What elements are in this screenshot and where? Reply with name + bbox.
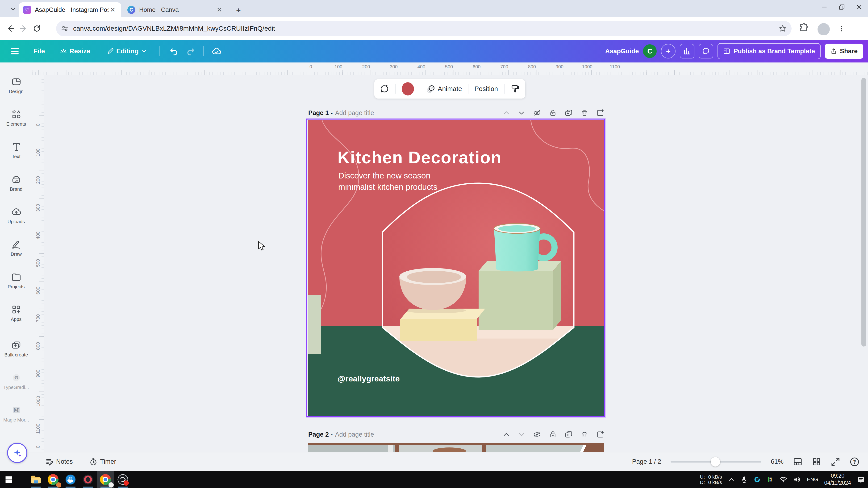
sidebar-item-uploads[interactable]: Uploads <box>0 199 32 232</box>
sidebar-item-design[interactable]: Design <box>0 69 32 102</box>
timer-button[interactable]: Timer <box>89 458 116 466</box>
redo-button[interactable] <box>186 47 195 56</box>
presentation-view-icon[interactable] <box>793 457 802 466</box>
tray-app-blue-icon[interactable] <box>753 476 761 483</box>
sidebar-item-draw[interactable]: Draw <box>0 232 32 264</box>
move-page-up-icon[interactable] <box>503 109 510 117</box>
sidebar-divider <box>6 331 27 331</box>
window-minimize-button[interactable] <box>816 0 833 14</box>
zoom-slider[interactable] <box>671 461 762 462</box>
publish-brand-template-button[interactable]: Publish as Brand Template <box>717 43 820 59</box>
help-icon[interactable]: ? <box>849 457 860 467</box>
sidebar-item-typegradient[interactable]: G TypeGradi... <box>0 365 32 397</box>
file-explorer-icon[interactable] <box>27 471 44 488</box>
design-subtitle[interactable]: Discover the new season minimalist kitch… <box>338 170 437 193</box>
tray-expand-icon[interactable] <box>728 476 735 483</box>
hide-page-icon[interactable] <box>533 109 541 117</box>
copy-style-button[interactable] <box>510 84 520 94</box>
ruler-label: 900 <box>36 370 41 378</box>
vertical-ruler-page2-zero: 0 <box>32 440 44 454</box>
window-maximize-button[interactable] <box>833 0 850 14</box>
tab-close-icon[interactable]: ✕ <box>215 6 224 14</box>
tab-close-icon[interactable]: ✕ <box>108 6 117 14</box>
fullscreen-icon[interactable] <box>831 457 840 466</box>
obs-icon[interactable] <box>114 471 132 488</box>
move-page-down-icon[interactable] <box>518 431 525 438</box>
move-page-up-icon[interactable] <box>503 431 510 438</box>
design-title[interactable]: Kitchen Decoration <box>338 148 502 167</box>
delete-page-icon[interactable] <box>581 431 588 438</box>
comments-button[interactable] <box>699 44 713 59</box>
cloud-save-status[interactable] <box>212 47 222 56</box>
share-button[interactable]: Share <box>825 44 863 59</box>
forward-button[interactable] <box>17 22 30 35</box>
editing-mode-button[interactable]: Editing <box>107 47 147 55</box>
chrome-profile2-icon-active[interactable] <box>97 471 114 488</box>
tray-app-green-icon[interactable] <box>767 476 773 483</box>
resize-button[interactable]: Resize <box>60 47 90 55</box>
microphone-icon[interactable] <box>741 476 747 483</box>
undo-button[interactable] <box>169 47 178 56</box>
add-page-icon[interactable] <box>596 109 604 117</box>
file-menu-button[interactable]: File <box>33 47 45 55</box>
add-page-icon[interactable] <box>596 430 604 438</box>
toolbar-divider <box>468 84 468 94</box>
docker-icon[interactable] <box>62 471 79 488</box>
sidebar-item-apps[interactable]: Apps <box>0 297 32 329</box>
reload-button[interactable] <box>30 22 43 35</box>
background-color-swatch[interactable] <box>402 82 414 96</box>
sidebar-item-text[interactable]: Text <box>0 134 32 167</box>
page2-canvas[interactable] <box>308 443 604 452</box>
recorder-app-icon[interactable] <box>79 471 97 488</box>
sidebar-item-elements[interactable]: Elements <box>0 102 32 134</box>
add-member-button[interactable]: + <box>661 44 676 59</box>
move-page-down-icon[interactable] <box>518 109 525 117</box>
sidebar-item-bulk-create[interactable]: Bulk create <box>0 332 32 365</box>
new-tab-button[interactable]: + <box>234 5 243 15</box>
lock-page-icon[interactable] <box>549 431 557 438</box>
page1-title-placeholder[interactable]: Add page title <box>335 109 374 117</box>
clock-widget[interactable]: 09:20 04/11/2024 <box>824 473 851 487</box>
language-indicator[interactable]: ENG <box>807 477 818 483</box>
assistant-button[interactable] <box>7 443 27 463</box>
duplicate-page-icon[interactable] <box>565 430 573 438</box>
wifi-icon[interactable] <box>780 476 787 483</box>
toolbar-divider <box>420 84 420 94</box>
chrome-profile1-icon[interactable] <box>44 471 62 488</box>
tab-asapguide[interactable]: ♡ AsapGuide - Instagram Post ✕ <box>19 2 121 17</box>
browser-profile-avatar[interactable] <box>817 23 830 35</box>
sidebar-item-magic-morph[interactable]: M Magic Mor... <box>0 397 32 430</box>
hide-page-icon[interactable] <box>533 430 541 438</box>
add-comment-button[interactable] <box>380 84 389 94</box>
speaker-icon[interactable] <box>793 476 801 483</box>
notification-center-icon[interactable] <box>857 476 865 483</box>
back-button[interactable] <box>4 22 17 35</box>
zoom-slider-knob[interactable] <box>711 457 720 466</box>
tab-search-button[interactable] <box>8 4 19 14</box>
avatar[interactable]: C <box>643 44 657 58</box>
vertical-scrollbar[interactable] <box>861 78 866 347</box>
page2-title-placeholder[interactable]: Add page title <box>335 431 374 438</box>
ruler-label: 200 <box>352 64 380 69</box>
extensions-button[interactable] <box>799 23 809 33</box>
design-social-handle[interactable]: @reallygreatsite <box>338 374 400 383</box>
start-button[interactable] <box>0 471 18 488</box>
lock-page-icon[interactable] <box>549 109 557 117</box>
delete-page-icon[interactable] <box>581 109 588 117</box>
ruler-label: 100 <box>36 149 41 156</box>
insights-button[interactable] <box>680 44 694 59</box>
duplicate-page-icon[interactable] <box>565 109 573 117</box>
bookmark-star-icon[interactable] <box>778 24 787 33</box>
page1-canvas[interactable]: Kitchen Decoration Discover the new seas… <box>308 120 604 416</box>
sidebar-item-projects[interactable]: Projects <box>0 264 32 297</box>
animate-button[interactable]: Animate <box>427 85 462 93</box>
window-close-button[interactable] <box>850 0 868 14</box>
position-button[interactable]: Position <box>474 85 498 93</box>
notes-button[interactable]: Notes <box>45 458 73 466</box>
url-bar[interactable]: canva.com/design/DAGVNLBxLZM/i8mMhM_kwyC… <box>56 21 792 36</box>
browser-menu-button[interactable] <box>836 23 847 34</box>
grid-view-icon[interactable] <box>812 457 821 466</box>
sidebar-item-brand[interactable]: co Brand <box>0 167 32 199</box>
main-menu-button[interactable] <box>10 47 19 55</box>
tab-home-canva[interactable]: C Home - Canva ✕ <box>123 2 228 17</box>
